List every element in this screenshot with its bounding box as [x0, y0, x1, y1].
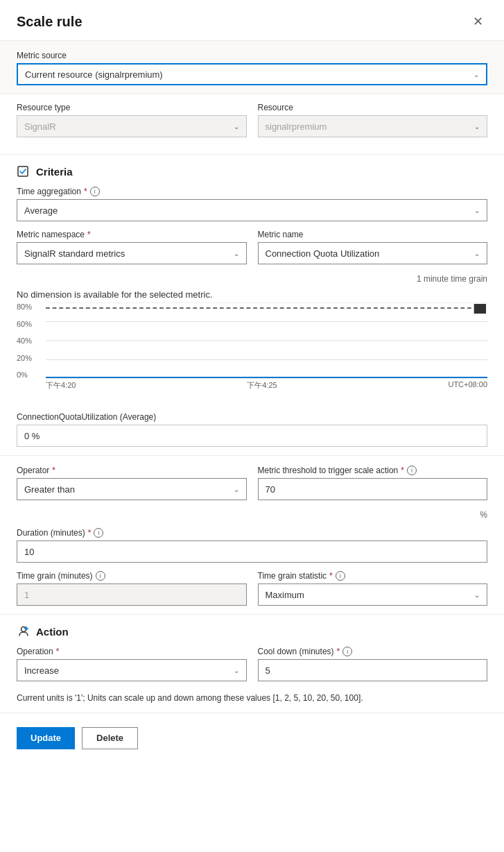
threshold-label: Metric threshold to trigger scale action…	[258, 466, 488, 475]
criteria-icon	[17, 164, 31, 178]
metric-namespace-required: *	[87, 230, 91, 239]
metric-chart: 80% 60% 40% 20% 0%	[17, 303, 487, 407]
units-note: Current units is '1'; Units can scale up…	[17, 692, 487, 704]
time-aggregation-label: Time aggregation * i	[17, 187, 487, 196]
operator-label: Operator *	[17, 466, 247, 475]
metric-name-value: Connection Quota Utilization	[266, 248, 380, 259]
metric-name-dropdown[interactable]: Connection Quota Utilization ⌄	[258, 242, 488, 264]
update-button[interactable]: Update	[17, 727, 75, 749]
y-label-0: 0%	[17, 370, 43, 379]
cool-down-input[interactable]	[258, 659, 488, 681]
cool-down-info-icon[interactable]: i	[342, 647, 352, 656]
resource-group: Resource signalrpremium ⌄	[258, 103, 488, 137]
metric-name-label: Metric name	[258, 230, 488, 239]
resource-chevron-icon: ⌄	[474, 123, 480, 130]
resource-type-dropdown[interactable]: SignalR ⌄	[17, 115, 247, 137]
threshold-required: *	[401, 466, 404, 475]
time-grain-statistic-required: *	[329, 571, 333, 581]
x-label-425: 下午4:25	[247, 380, 277, 391]
cool-down-label: Cool down (minutes) * i	[258, 647, 488, 656]
time-grain-statistic-info-icon[interactable]: i	[336, 571, 345, 581]
operator-chevron-icon: ⌄	[234, 486, 239, 493]
operation-group: Operation * Increase ⌄	[17, 647, 247, 681]
metric-value-input[interactable]	[17, 425, 487, 447]
time-aggregation-dropdown[interactable]: Average ⌄	[17, 199, 487, 221]
metric-namespace-dropdown[interactable]: SignalR standard metrics ⌄	[17, 242, 247, 264]
metric-namespace-value: SignalR standard metrics	[24, 248, 125, 259]
action-icon	[17, 624, 31, 638]
metric-source-chevron-icon: ⌄	[473, 71, 479, 78]
metric-value-label: ConnectionQuotaUtilization (Average)	[17, 412, 487, 422]
footer: Update Delete	[0, 713, 504, 763]
action-heading-text: Action	[36, 626, 69, 638]
time-grain-input	[17, 583, 247, 606]
cool-down-group: Cool down (minutes) * i	[258, 647, 488, 681]
operation-cooldown-row: Operation * Increase ⌄ Cool down (minute…	[17, 647, 487, 690]
time-grain-info-icon[interactable]: i	[96, 571, 105, 581]
threshold-unit: %	[17, 510, 487, 520]
resource-label: Resource	[258, 103, 488, 112]
operation-chevron-icon: ⌄	[234, 667, 239, 674]
resource-value: signalrpremium	[266, 121, 327, 132]
y-label-40: 40%	[17, 336, 43, 345]
cool-down-required: *	[337, 647, 340, 656]
metric-source-label: Metric source	[17, 51, 487, 60]
time-aggregation-value: Average	[24, 205, 58, 216]
threshold-info-icon[interactable]: i	[407, 466, 417, 475]
criteria-heading: Criteria	[17, 164, 487, 178]
time-aggregation-chevron-icon: ⌄	[474, 207, 480, 214]
operation-dropdown[interactable]: Increase ⌄	[17, 659, 247, 681]
time-aggregation-info-icon[interactable]: i	[90, 187, 100, 196]
time-grain-statistic-chevron-icon: ⌄	[474, 591, 480, 599]
operation-value: Increase	[24, 665, 59, 676]
time-grain-note: 1 minute time grain	[17, 274, 487, 284]
resource-type-chevron-icon: ⌄	[234, 123, 239, 130]
close-button[interactable]: ✕	[469, 12, 487, 31]
time-grain-statistic-group: Time grain statistic * i Maximum ⌄	[258, 571, 488, 606]
metric-source-value: Current resource (signalrpremium)	[25, 69, 163, 80]
criteria-heading-text: Criteria	[36, 166, 73, 178]
duration-info-icon[interactable]: i	[94, 528, 103, 538]
resource-type-group: Resource type SignalR ⌄	[17, 103, 247, 137]
metric-name-chevron-icon: ⌄	[474, 250, 480, 257]
duration-required: *	[88, 528, 92, 538]
time-grain-group: Time grain (minutes) i	[17, 571, 247, 606]
operation-label: Operation *	[17, 647, 247, 656]
duration-input[interactable]	[17, 540, 487, 563]
metric-name-group: Metric name Connection Quota Utilization…	[258, 230, 488, 264]
resource-type-value: SignalR	[24, 121, 56, 132]
metric-namespace-label: Metric namespace *	[17, 230, 247, 239]
metric-namespace-group: Metric namespace * SignalR standard metr…	[17, 230, 247, 264]
threshold-input[interactable]	[258, 478, 488, 500]
operator-value: Greater than	[24, 484, 75, 495]
resource-dropdown[interactable]: signalrpremium ⌄	[258, 115, 488, 137]
panel-title: Scale rule	[17, 14, 82, 30]
chart-x-labels: 下午4:20 下午4:25 UTC+08:00	[46, 380, 487, 391]
svg-point-9	[21, 627, 26, 632]
operator-group: Operator * Greater than ⌄	[17, 466, 247, 500]
y-label-60: 60%	[17, 320, 43, 328]
svg-rect-0	[18, 167, 28, 176]
threshold-group: Metric threshold to trigger scale action…	[258, 466, 488, 500]
metric-value-group: ConnectionQuotaUtilization (Average)	[17, 412, 487, 447]
y-label-80: 80%	[17, 303, 43, 311]
time-grain-row: Time grain (minutes) i Time grain statis…	[17, 571, 487, 614]
time-grain-statistic-label: Time grain statistic * i	[258, 571, 488, 581]
y-label-20: 20%	[17, 354, 43, 362]
operation-required: *	[56, 647, 60, 656]
delete-button[interactable]: Delete	[82, 727, 138, 749]
operator-dropdown[interactable]: Greater than ⌄	[17, 478, 247, 500]
duration-group: Duration (minutes) * i	[17, 528, 487, 563]
operator-required: *	[52, 466, 55, 475]
metric-namespace-chevron-icon: ⌄	[234, 250, 239, 257]
svg-rect-8	[474, 304, 486, 314]
operator-threshold-row: Operator * Greater than ⌄ Metric thresho…	[17, 466, 487, 509]
time-grain-statistic-dropdown[interactable]: Maximum ⌄	[258, 583, 488, 606]
chart-container: 80% 60% 40% 20% 0%	[17, 303, 487, 393]
metric-source-dropdown[interactable]: Current resource (signalrpremium) ⌄	[17, 63, 487, 85]
panel-header: Scale rule ✕	[0, 0, 504, 40]
chart-inner	[46, 303, 487, 379]
chart-y-labels: 80% 60% 40% 20% 0%	[17, 303, 43, 379]
time-grain-statistic-value: Maximum	[266, 590, 304, 600]
time-grain-label: Time grain (minutes) i	[17, 571, 247, 581]
